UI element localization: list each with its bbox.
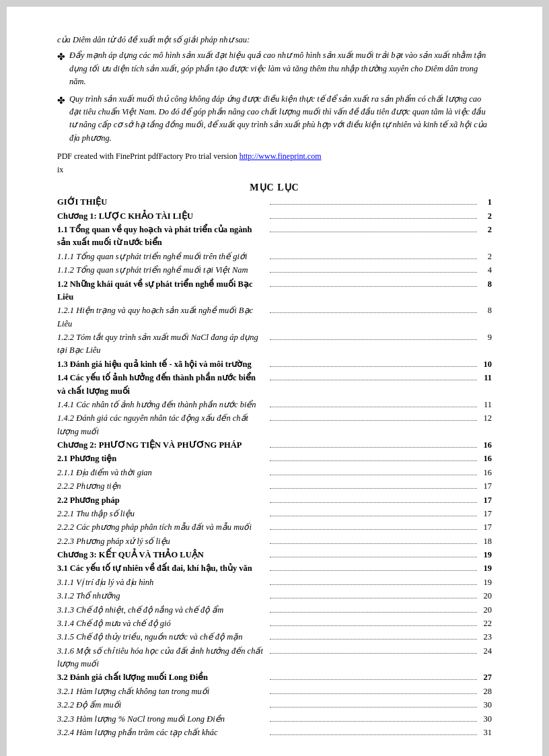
- toc-page: 16: [480, 452, 492, 465]
- toc-dots: [270, 707, 477, 708]
- toc-entry: 3.1.6 Một số chỉ tiêu hóa học của đất ản…: [57, 645, 492, 671]
- toc-dots: [270, 259, 477, 259]
- toc-page: 16: [480, 439, 492, 452]
- toc-entry: 3.1.1 Vị trí địa lý và địa hình19: [57, 576, 492, 589]
- toc-entry: 3.2.2 Độ ẩm muối30: [57, 699, 492, 712]
- toc-dots: [270, 679, 477, 680]
- toc-dots: [270, 557, 477, 557]
- toc-entry: 2.2.2 Phương tiện17: [57, 480, 492, 493]
- toc-entry: Chương 3: KẾT QUẢ VÀ THẢO LUẬN19: [57, 549, 492, 561]
- toc-dots: [270, 366, 477, 367]
- toc-entry: 3.2.3 Hàm lượng % NaCl trong muối Long Đ…: [57, 713, 492, 726]
- toc-page: 17: [480, 480, 492, 493]
- toc-label: 1.4.2 Đánh giá các nguyên nhân tác động …: [57, 412, 267, 438]
- toc-entry: 3.2.1 Hàm lượng chất không tan trong muố…: [57, 685, 492, 698]
- page: của Diêm dân từ đó đề xuất một số giải p…: [7, 7, 542, 756]
- toc-dots: [270, 488, 477, 489]
- toc-label: Chương 1: LƯỢC KHẢO TÀI LIỆU: [57, 210, 267, 223]
- toc-label: 3.2.1 Hàm lượng chất không tan trong muố…: [57, 685, 267, 698]
- toc-entry: Chương 1: LƯỢC KHẢO TÀI LIỆU2: [57, 210, 492, 223]
- toc-entry: 1.1.1 Tổng quan sự phát triển nghề muối …: [57, 250, 492, 263]
- toc-page: 31: [480, 726, 492, 739]
- page-label-ix: ix: [57, 164, 492, 176]
- toc-label: 1.4.1 Các nhân tố ảnh hưởng đến thành ph…: [57, 399, 267, 411]
- toc-entry: 2.2.3 Phương pháp xử lý số liệu18: [57, 535, 492, 548]
- toc-entry: 3.1.2 Thổ nhưỡng20: [57, 590, 492, 603]
- toc-label: 2.2 Phương pháp: [57, 494, 267, 507]
- toc-label: 3.2 Đánh giá chất lượng muối Long Điền: [57, 671, 267, 684]
- toc-label: 1.2 Những khái quát về sự phát triển ngh…: [57, 278, 267, 304]
- toc-label: 2.2.1 Thu thập số liệu: [57, 508, 267, 520]
- toc-entry: 3.1 Các yếu tố tự nhiên về đất đai, khí …: [57, 562, 492, 575]
- toc-entry: 2.1 Phương tiện16: [57, 452, 492, 465]
- toc-page: 24: [480, 645, 492, 658]
- toc-label: 3.2.4 Hàm lượng phần trăm các tạp chất k…: [57, 726, 267, 739]
- toc-page: 2: [480, 210, 492, 223]
- toc-page: 30: [480, 713, 492, 726]
- toc-page: 28: [480, 685, 492, 698]
- toc-dots: [270, 584, 477, 585]
- toc-label: 3.1.5 Chế độ thủy triều, nguồn nước và c…: [57, 631, 267, 644]
- intro-prefix: của Diêm dân từ đó đề xuất một số giải p…: [57, 34, 492, 46]
- bullet-item-2: ✤ Quy trình sản xuất muối thủ công không…: [57, 93, 492, 145]
- toc-label: 1.3 Đánh giá hiệu quả kinh tế - xã hội v…: [57, 358, 267, 371]
- toc-entry: 3.1.5 Chế độ thủy triều, nguồn nước và c…: [57, 631, 492, 644]
- toc-dots: [270, 460, 477, 461]
- toc-page: 20: [480, 604, 492, 617]
- toc-dots: [270, 502, 477, 503]
- toc-dots: [270, 420, 477, 421]
- toc-page: 8: [480, 304, 492, 317]
- toc-entry: 1.1.2 Tổng quan sự phát triển nghề muối …: [57, 264, 492, 277]
- toc-page: 1: [480, 196, 492, 209]
- toc-entry: 3.2 Đánh giá chất lượng muối Long Điền27: [57, 671, 492, 684]
- toc-page: 16: [480, 467, 492, 479]
- toc-label: 3.1.1 Vị trí địa lý và địa hình: [57, 576, 267, 589]
- toc-page: 8: [480, 278, 492, 291]
- toc-label: Chương 2: PHƯƠNG TIỆN VÀ PHƯƠNG PHÁP: [57, 439, 267, 452]
- toc-page: 30: [480, 699, 492, 712]
- toc-entry: 1.4 Các yếu tố ảnh hưởng đến thành phần …: [57, 372, 492, 398]
- toc-page: 17: [480, 508, 492, 520]
- toc-label: 1.4 Các yếu tố ảnh hưởng đến thành phần …: [57, 372, 267, 398]
- bullet-symbol-2: ✤: [57, 94, 65, 108]
- toc-dots: [270, 639, 477, 640]
- toc-page: 11: [480, 399, 492, 411]
- muc-luc-title: MỤC LỤC: [57, 180, 492, 195]
- toc-page: 22: [480, 617, 492, 630]
- toc-label: 3.1.3 Chế độ nhiệt, chế độ nắng và chế đ…: [57, 604, 267, 617]
- toc-label: 2.2.2 Phương tiện: [57, 480, 267, 493]
- toc-label: 3.1.2 Thổ nhưỡng: [57, 590, 267, 603]
- toc-dots: [270, 625, 477, 626]
- toc-label: 2.1 Phương tiện: [57, 452, 267, 465]
- toc-dots: [270, 653, 477, 654]
- toc-label: 1.1.2 Tổng quan sự phát triển nghề muối …: [57, 264, 267, 277]
- toc-dots: [270, 232, 477, 232]
- toc-page: 18: [480, 535, 492, 548]
- toc-dots: [270, 475, 477, 475]
- toc-dots: [270, 312, 477, 313]
- bullet-text-1: Đẩy mạnh áp dụng các mô hình sản xuất đạ…: [69, 49, 492, 88]
- toc-label: 2.2.2 Các phương pháp phân tích mẫu đất …: [57, 521, 267, 534]
- toc-section: GIỚI THIỆU1Chương 1: LƯỢC KHẢO TÀI LIỆU2…: [57, 196, 492, 739]
- toc-dots: [270, 598, 477, 598]
- toc-dots: [270, 693, 477, 694]
- toc-entry: 3.1.3 Chế độ nhiệt, chế độ nắng và chế đ…: [57, 604, 492, 617]
- toc-dots: [270, 286, 477, 287]
- toc-entry: GIỚI THIỆU1: [57, 196, 492, 209]
- pdf-notice: PDF created with FinePrint pdfFactory Pr…: [57, 150, 492, 162]
- bullet-symbol-1: ✤: [57, 50, 65, 65]
- toc-entry: 1.2.1 Hiện trạng và quy hoạch sản xuất n…: [57, 304, 492, 331]
- toc-page: 19: [480, 549, 492, 561]
- toc-label: Chương 3: KẾT QUẢ VÀ THẢO LUẬN: [57, 549, 267, 561]
- pdf-notice-link[interactable]: http://www.fineprint.com: [240, 151, 322, 161]
- bullet-item-1: ✤ Đẩy mạnh áp dụng các mô hình sản xuất …: [57, 49, 492, 88]
- toc-entry: 2.2.2 Các phương pháp phân tích mẫu đất …: [57, 521, 492, 534]
- toc-entry: 3.2.4 Hàm lượng phần trăm các tạp chất k…: [57, 726, 492, 739]
- toc-entry: 1.2 Những khái quát về sự phát triển ngh…: [57, 278, 492, 304]
- toc-page: 4: [480, 264, 492, 277]
- toc-entry: 1.1 Tổng quan về quy hoạch và phát triển…: [57, 224, 492, 250]
- toc-page: 10: [480, 358, 492, 371]
- toc-page: 17: [480, 494, 492, 507]
- toc-page: 19: [480, 562, 492, 575]
- toc-dots: [270, 516, 477, 516]
